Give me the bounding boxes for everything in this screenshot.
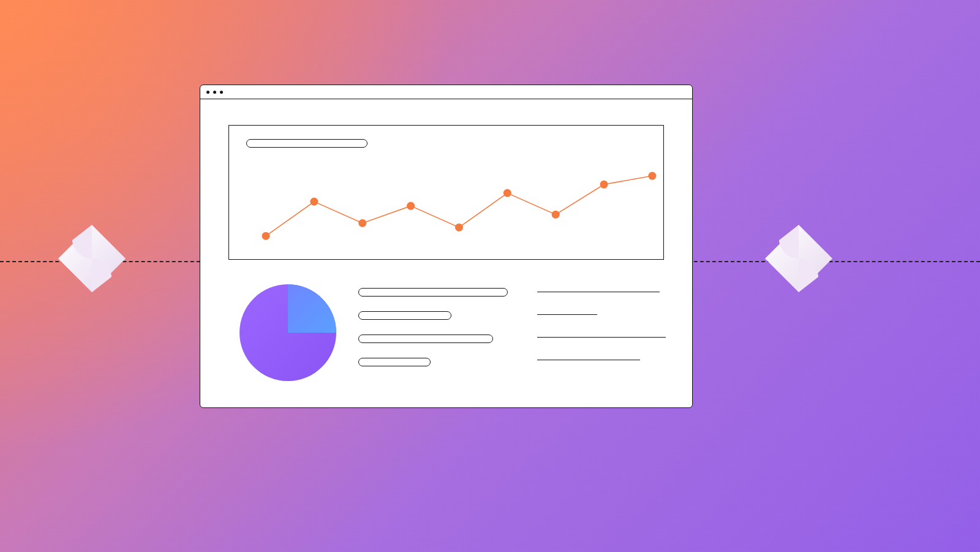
legend-pill xyxy=(358,288,508,297)
svg-point-2 xyxy=(262,232,270,240)
text-line xyxy=(537,292,660,292)
svg-point-5 xyxy=(407,202,415,210)
jira-icon-left xyxy=(55,222,129,295)
svg-point-10 xyxy=(648,172,656,180)
line-chart-panel xyxy=(228,125,664,260)
line-chart xyxy=(246,149,663,259)
browser-window xyxy=(200,85,693,408)
text-line xyxy=(537,360,640,360)
traffic-light-dot[interactable] xyxy=(206,91,209,94)
svg-point-4 xyxy=(358,219,366,227)
traffic-light-dot[interactable] xyxy=(213,91,216,94)
window-content xyxy=(200,99,692,407)
legend-pill xyxy=(358,311,451,320)
traffic-light-dot[interactable] xyxy=(220,91,223,94)
legend-pill xyxy=(358,358,431,366)
legend-pill xyxy=(358,335,493,343)
text-line xyxy=(537,314,597,315)
svg-point-9 xyxy=(600,181,608,189)
svg-point-3 xyxy=(310,198,318,206)
svg-point-6 xyxy=(455,224,463,232)
svg-point-8 xyxy=(552,211,560,219)
text-line-column xyxy=(537,284,666,360)
legend-pill-column xyxy=(358,284,508,366)
window-titlebar xyxy=(200,85,692,99)
pie-chart xyxy=(239,284,336,381)
jira-icon-right xyxy=(762,222,835,295)
chart-title-placeholder xyxy=(246,139,368,148)
text-line xyxy=(537,337,666,338)
traffic-lights[interactable] xyxy=(206,91,223,94)
svg-point-7 xyxy=(503,189,511,197)
